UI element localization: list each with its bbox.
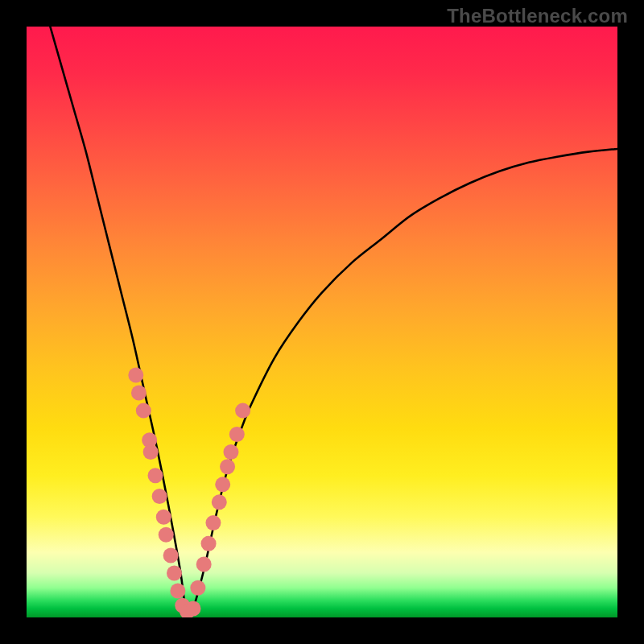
curve-marker	[196, 556, 212, 572]
curve-marker	[159, 527, 174, 543]
curve-marker	[201, 536, 217, 551]
curve-marker	[156, 510, 171, 525]
curve-marker	[220, 459, 235, 474]
bottleneck-curve-svg	[27, 27, 617, 617]
curve-marker	[223, 444, 238, 460]
curve-marker	[235, 403, 250, 419]
curve-marker	[205, 515, 221, 530]
chart-frame: TheBottleneck.com	[0, 0, 644, 644]
curve-marker	[148, 468, 163, 483]
dots-left-group	[128, 368, 195, 617]
curve-marker	[163, 547, 179, 563]
curve-marker	[136, 403, 151, 419]
curve-marker	[185, 601, 200, 616]
curve-marker	[212, 494, 227, 510]
curve-marker	[128, 368, 143, 383]
bottleneck-curve	[50, 27, 617, 617]
curve-marker	[170, 583, 185, 598]
plot-area	[27, 27, 617, 617]
curve-marker	[215, 477, 230, 492]
curve-marker	[190, 580, 205, 596]
dots-right-group	[185, 403, 250, 617]
curve-marker	[167, 565, 182, 580]
curve-marker	[229, 427, 245, 442]
watermark-text: TheBottleneck.com	[447, 5, 628, 27]
curve-marker	[143, 444, 159, 460]
curve-marker	[152, 489, 167, 504]
curve-marker	[131, 386, 147, 401]
